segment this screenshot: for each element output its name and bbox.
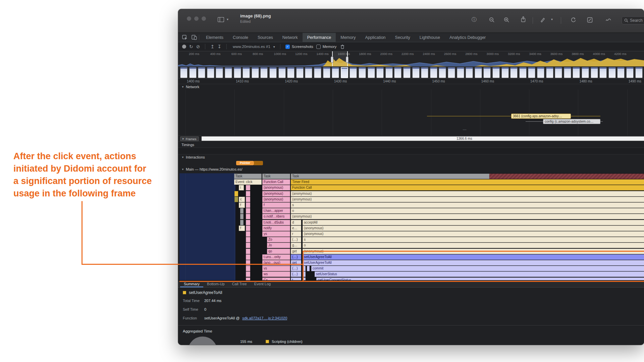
filmstrip-thumbnail[interactable] <box>528 67 535 78</box>
filmstrip-thumbnail[interactable] <box>225 67 232 78</box>
flame-bar-setuserstatus[interactable]: setUserStatus <box>315 272 644 277</box>
flame-bar[interactable] <box>240 208 244 214</box>
share-icon[interactable] <box>521 16 526 22</box>
zoom-in-icon[interactable] <box>504 17 509 23</box>
flame-bar[interactable] <box>240 220 244 225</box>
filmstrip-thumbnail[interactable] <box>635 67 643 78</box>
flame-bar-f[interactable]: f <box>262 202 290 208</box>
flame-bar-[interactable]: (…) <box>291 266 301 271</box>
flame-bar[interactable] <box>246 220 250 225</box>
filmstrip-thumbnail[interactable] <box>305 67 312 78</box>
filmstrip-thumbnail[interactable] <box>180 67 187 78</box>
filmstrip-thumbnail[interactable] <box>243 67 250 78</box>
flame-bar-task[interactable]: Task <box>262 174 290 179</box>
flame-bar-timer-fired[interactable]: Timer Fired <box>291 179 644 185</box>
selection-left-handle[interactable] <box>331 56 333 63</box>
flame-bar-commit[interactable]: commit <box>311 266 644 271</box>
flame-bar[interactable] <box>246 231 250 237</box>
filmstrip-thumbnail[interactable] <box>466 67 473 78</box>
flame-bar-[interactable]: (…) <box>291 254 301 260</box>
flame-bar-t-noti-dsubs[interactable]: t.noti…dSubs <box>262 220 290 225</box>
filmstrip-thumbnail[interactable] <box>519 67 527 78</box>
interactions-track-header[interactable]: ▼ Interactions <box>178 155 644 160</box>
flame-bar-acceptall[interactable]: acceptAll <box>303 220 644 225</box>
filmstrip-thumbnail[interactable] <box>198 67 205 78</box>
scribble-icon[interactable] <box>605 17 611 22</box>
flame-bar-task[interactable]: Task <box>291 174 489 179</box>
filmstrip-thumbnail[interactable] <box>430 67 437 78</box>
flame-bar-anonymous[interactable]: (anonymous) <box>262 197 290 202</box>
filmstrip-thumbnail[interactable] <box>626 67 634 78</box>
filmstrip-thumbnail[interactable] <box>617 67 625 78</box>
flame-bar-anonymous[interactable]: (anonymous) <box>291 197 644 202</box>
flame-bar[interactable] <box>246 208 250 214</box>
filmstrip-thumbnail[interactable] <box>599 67 607 78</box>
flame-bar[interactable] <box>246 272 250 277</box>
filmstrip-thumbnail[interactable] <box>269 67 277 78</box>
flame-bar-t-han-apper[interactable]: t.han…apper <box>262 208 290 214</box>
filmstrip-thumbnail[interactable] <box>564 67 571 78</box>
flame-bar[interactable] <box>246 266 250 271</box>
flame-bar-ano-ous[interactable]: (ano…ous) <box>262 260 290 265</box>
filmstrip-thumbnail[interactable] <box>582 67 589 78</box>
filmstrip-thumbnail[interactable] <box>296 67 304 78</box>
flame-bar[interactable] <box>246 254 250 260</box>
network-request-chip[interactable]: 3661 (config.aps.amazon-adsy… <box>511 114 571 119</box>
flame-bar-o[interactable]: o <box>291 208 644 214</box>
flame-bar-g[interactable]: g… <box>291 243 301 248</box>
flame-bar[interactable] <box>246 243 250 248</box>
flame-bar[interactable] <box>246 197 250 202</box>
flame-bar-anonymous[interactable]: (anonymous) <box>291 214 644 219</box>
memory-checkbox[interactable] <box>316 45 321 49</box>
flame-bar-o[interactable]: o <box>303 243 644 248</box>
filmstrip-thumbnail[interactable] <box>555 67 562 78</box>
filmstrip-thumbnail[interactable] <box>573 67 580 78</box>
flame-bar-vs[interactable]: vs <box>262 266 290 271</box>
markup-toolbox-icon[interactable] <box>587 17 593 23</box>
flame-bar-get[interactable]: get <box>291 249 301 254</box>
filmstrip-thumbnail[interactable] <box>608 67 616 78</box>
filmstrip-thumbnail[interactable] <box>234 67 241 78</box>
timings-track-header[interactable]: Timings <box>178 142 644 147</box>
filmstrip-thumbnail[interactable] <box>359 67 366 78</box>
flame-bar-anonymous[interactable]: (anonymous) <box>262 191 290 196</box>
flame-bar[interactable] <box>246 185 250 190</box>
filmstrip-thumbnail[interactable] <box>412 67 420 78</box>
load-profile-icon[interactable]: ↥ <box>210 44 214 49</box>
flame-bar-function-call[interactable]: Function Call <box>291 185 644 190</box>
function-source-link[interactable]: sdk.a072a17….js:2:341020 <box>242 316 287 320</box>
tab-elements[interactable]: Elements <box>201 33 228 42</box>
inspect-element-icon[interactable] <box>182 35 187 40</box>
tab-performance[interactable]: Performance <box>303 33 336 42</box>
summary-tab-summary[interactable]: Summary <box>180 281 203 287</box>
flame-bar-[interactable]: (…) <box>291 237 301 242</box>
flame-bar[interactable] <box>307 266 310 271</box>
flame-bar-jo[interactable]: Jo <box>267 243 290 248</box>
flame-bar[interactable] <box>303 272 306 277</box>
close-button[interactable] <box>187 16 191 21</box>
tab-memory[interactable]: Memory <box>336 33 360 42</box>
filmstrip-thumbnail[interactable] <box>457 67 464 78</box>
flame-bar-anonymous[interactable]: (anonymous) <box>303 249 644 254</box>
rotate-icon[interactable] <box>570 17 576 23</box>
interactions-disclosure-icon[interactable]: ▼ <box>181 156 184 159</box>
tab-sources[interactable]: Sources <box>253 33 278 42</box>
save-profile-icon[interactable]: ↧ <box>217 44 221 49</box>
filmstrip-thumbnail[interactable] <box>537 67 544 78</box>
flame-bar-notify[interactable]: notify <box>262 226 290 231</box>
filmstrip-thumbnail[interactable] <box>546 67 553 78</box>
flame-bar-ys[interactable]: ys <box>262 231 290 237</box>
flame-bar[interactable] <box>240 214 244 219</box>
summary-tab-call-tree[interactable]: Call Tree <box>228 281 251 287</box>
reload-record-icon[interactable]: ↻ <box>189 44 193 49</box>
record-icon[interactable] <box>182 45 186 49</box>
tab-lighthouse[interactable]: Lighthouse <box>415 33 445 42</box>
filmstrip-thumbnail[interactable] <box>278 67 286 78</box>
filmstrip-thumbnail[interactable] <box>475 67 482 78</box>
zoom-out-icon[interactable] <box>489 17 495 23</box>
flame-bar[interactable] <box>246 191 250 196</box>
frames-disclosure-icon[interactable]: ▶ <box>182 137 184 140</box>
filmstrip-thumbnail[interactable] <box>216 67 223 78</box>
filmstrip-thumbnail[interactable] <box>314 67 321 78</box>
flame-bar[interactable] <box>303 266 306 271</box>
